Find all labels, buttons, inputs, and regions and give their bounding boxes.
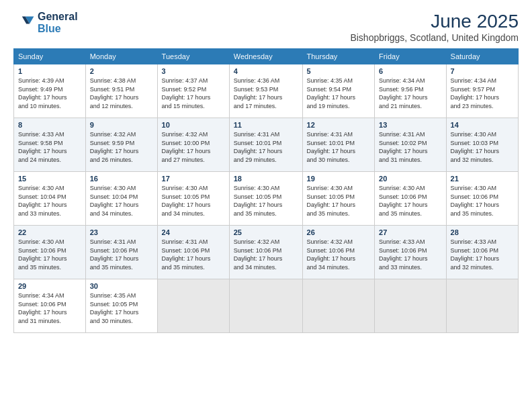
calendar-cell: 21Sunrise: 4:30 AM Sunset: 10:06 PM Dayl… bbox=[446, 172, 518, 226]
day-number: 1 bbox=[18, 67, 81, 75]
calendar-cell: 23Sunrise: 4:31 AM Sunset: 10:06 PM Dayl… bbox=[85, 226, 157, 279]
day-number: 20 bbox=[379, 175, 441, 183]
calendar-week-row: 15Sunrise: 4:30 AM Sunset: 10:04 PM Dayl… bbox=[14, 172, 519, 226]
day-info: Sunrise: 4:32 AM Sunset: 9:59 PM Dayligh… bbox=[90, 130, 153, 164]
calendar-cell: 10Sunrise: 4:32 AM Sunset: 10:00 PM Dayl… bbox=[157, 118, 229, 172]
day-info: Sunrise: 4:31 AM Sunset: 10:06 PM Daylig… bbox=[162, 238, 225, 271]
day-number: 28 bbox=[451, 228, 514, 236]
day-number: 13 bbox=[379, 121, 441, 129]
location: Bishopbriggs, Scotland, United Kingdom bbox=[350, 32, 519, 43]
logo-text: General Blue bbox=[38, 11, 78, 34]
day-number: 22 bbox=[18, 228, 81, 236]
day-info: Sunrise: 4:33 AM Sunset: 10:06 PM Daylig… bbox=[379, 238, 441, 271]
calendar-cell bbox=[375, 279, 446, 333]
calendar-cell: 12Sunrise: 4:31 AM Sunset: 10:01 PM Dayl… bbox=[302, 118, 375, 172]
calendar-cell: 17Sunrise: 4:30 AM Sunset: 10:05 PM Dayl… bbox=[157, 172, 229, 226]
day-info: Sunrise: 4:30 AM Sunset: 10:04 PM Daylig… bbox=[18, 184, 81, 218]
day-number: 11 bbox=[234, 121, 298, 129]
day-number: 12 bbox=[307, 121, 371, 129]
calendar-cell: 9Sunrise: 4:32 AM Sunset: 9:59 PM Daylig… bbox=[85, 118, 157, 172]
day-info: Sunrise: 4:31 AM Sunset: 10:02 PM Daylig… bbox=[379, 130, 441, 164]
calendar-cell: 6Sunrise: 4:34 AM Sunset: 9:56 PM Daylig… bbox=[375, 64, 446, 118]
calendar-cell: 26Sunrise: 4:32 AM Sunset: 10:06 PM Dayl… bbox=[302, 226, 375, 279]
weekday-header: Thursday bbox=[302, 49, 375, 64]
weekday-header: Wednesday bbox=[229, 49, 302, 64]
calendar-cell: 8Sunrise: 4:33 AM Sunset: 9:58 PM Daylig… bbox=[14, 118, 86, 172]
day-number: 29 bbox=[18, 282, 81, 290]
day-number: 4 bbox=[234, 67, 298, 75]
day-info: Sunrise: 4:32 AM Sunset: 10:00 PM Daylig… bbox=[162, 130, 225, 164]
calendar-cell: 11Sunrise: 4:31 AM Sunset: 10:01 PM Dayl… bbox=[229, 118, 302, 172]
calendar-week-row: 8Sunrise: 4:33 AM Sunset: 9:58 PM Daylig… bbox=[14, 118, 519, 172]
calendar-cell bbox=[229, 279, 302, 333]
day-info: Sunrise: 4:30 AM Sunset: 10:06 PM Daylig… bbox=[18, 238, 81, 271]
day-info: Sunrise: 4:34 AM Sunset: 9:56 PM Dayligh… bbox=[379, 77, 441, 110]
day-info: Sunrise: 4:38 AM Sunset: 9:51 PM Dayligh… bbox=[90, 77, 153, 110]
day-info: Sunrise: 4:30 AM Sunset: 10:04 PM Daylig… bbox=[90, 184, 153, 218]
day-number: 9 bbox=[90, 121, 153, 129]
calendar-cell: 22Sunrise: 4:30 AM Sunset: 10:06 PM Dayl… bbox=[14, 226, 86, 279]
day-number: 2 bbox=[90, 67, 153, 75]
day-number: 26 bbox=[307, 228, 371, 236]
day-number: 7 bbox=[451, 67, 514, 75]
day-number: 19 bbox=[307, 175, 371, 183]
weekday-header: Saturday bbox=[446, 49, 518, 64]
calendar-header-row: SundayMondayTuesdayWednesdayThursdayFrid… bbox=[14, 49, 519, 64]
day-info: Sunrise: 4:33 AM Sunset: 10:06 PM Daylig… bbox=[451, 238, 514, 271]
day-info: Sunrise: 4:35 AM Sunset: 10:05 PM Daylig… bbox=[90, 291, 153, 325]
calendar-cell: 25Sunrise: 4:32 AM Sunset: 10:06 PM Dayl… bbox=[229, 226, 302, 279]
day-number: 15 bbox=[18, 175, 81, 183]
day-number: 30 bbox=[90, 282, 153, 290]
day-info: Sunrise: 4:30 AM Sunset: 10:06 PM Daylig… bbox=[451, 184, 514, 218]
calendar-cell: 15Sunrise: 4:30 AM Sunset: 10:04 PM Dayl… bbox=[14, 172, 86, 226]
calendar-week-row: 29Sunrise: 4:34 AM Sunset: 10:06 PM Dayl… bbox=[14, 279, 519, 333]
title-block: June 2025 Bishopbriggs, Scotland, United… bbox=[350, 11, 519, 43]
day-number: 6 bbox=[379, 67, 441, 75]
calendar-cell: 27Sunrise: 4:33 AM Sunset: 10:06 PM Dayl… bbox=[375, 226, 446, 279]
day-info: Sunrise: 4:34 AM Sunset: 10:06 PM Daylig… bbox=[18, 291, 81, 325]
calendar: SundayMondayTuesdayWednesdayThursdayFrid… bbox=[13, 48, 519, 333]
logo: General Blue bbox=[13, 11, 78, 34]
weekday-header: Friday bbox=[375, 49, 446, 64]
weekday-header: Tuesday bbox=[157, 49, 229, 64]
day-info: Sunrise: 4:30 AM Sunset: 10:05 PM Daylig… bbox=[234, 184, 298, 218]
calendar-week-row: 1Sunrise: 4:39 AM Sunset: 9:49 PM Daylig… bbox=[14, 64, 519, 118]
calendar-cell bbox=[302, 279, 375, 333]
day-info: Sunrise: 4:35 AM Sunset: 9:54 PM Dayligh… bbox=[307, 77, 371, 110]
calendar-cell: 28Sunrise: 4:33 AM Sunset: 10:06 PM Dayl… bbox=[446, 226, 518, 279]
calendar-cell: 30Sunrise: 4:35 AM Sunset: 10:05 PM Dayl… bbox=[85, 279, 157, 333]
day-number: 5 bbox=[307, 67, 371, 75]
page: General Blue June 2025 Bishopbriggs, Sco… bbox=[0, 0, 532, 411]
day-info: Sunrise: 4:32 AM Sunset: 10:06 PM Daylig… bbox=[234, 238, 298, 271]
day-number: 23 bbox=[90, 228, 153, 236]
calendar-cell: 20Sunrise: 4:30 AM Sunset: 10:06 PM Dayl… bbox=[375, 172, 446, 226]
day-info: Sunrise: 4:31 AM Sunset: 10:01 PM Daylig… bbox=[234, 130, 298, 164]
calendar-cell: 4Sunrise: 4:36 AM Sunset: 9:53 PM Daylig… bbox=[229, 64, 302, 118]
calendar-cell: 7Sunrise: 4:34 AM Sunset: 9:57 PM Daylig… bbox=[446, 64, 518, 118]
day-info: Sunrise: 4:30 AM Sunset: 10:05 PM Daylig… bbox=[162, 184, 225, 218]
calendar-cell: 16Sunrise: 4:30 AM Sunset: 10:04 PM Dayl… bbox=[85, 172, 157, 226]
calendar-cell: 1Sunrise: 4:39 AM Sunset: 9:49 PM Daylig… bbox=[14, 64, 86, 118]
day-number: 24 bbox=[162, 228, 225, 236]
day-info: Sunrise: 4:32 AM Sunset: 10:06 PM Daylig… bbox=[307, 238, 371, 271]
month-title: June 2025 bbox=[350, 11, 519, 32]
calendar-cell: 19Sunrise: 4:30 AM Sunset: 10:05 PM Dayl… bbox=[302, 172, 375, 226]
day-info: Sunrise: 4:30 AM Sunset: 10:05 PM Daylig… bbox=[307, 184, 371, 218]
weekday-header: Monday bbox=[85, 49, 157, 64]
day-info: Sunrise: 4:30 AM Sunset: 10:03 PM Daylig… bbox=[451, 130, 514, 164]
calendar-cell: 13Sunrise: 4:31 AM Sunset: 10:02 PM Dayl… bbox=[375, 118, 446, 172]
calendar-cell: 29Sunrise: 4:34 AM Sunset: 10:06 PM Dayl… bbox=[14, 279, 86, 333]
calendar-cell: 2Sunrise: 4:38 AM Sunset: 9:51 PM Daylig… bbox=[85, 64, 157, 118]
header: General Blue June 2025 Bishopbriggs, Sco… bbox=[13, 11, 519, 43]
calendar-cell bbox=[446, 279, 518, 333]
calendar-cell: 5Sunrise: 4:35 AM Sunset: 9:54 PM Daylig… bbox=[302, 64, 375, 118]
day-info: Sunrise: 4:31 AM Sunset: 10:01 PM Daylig… bbox=[307, 130, 371, 164]
calendar-week-row: 22Sunrise: 4:30 AM Sunset: 10:06 PM Dayl… bbox=[14, 226, 519, 279]
day-info: Sunrise: 4:37 AM Sunset: 9:52 PM Dayligh… bbox=[162, 77, 225, 110]
day-number: 14 bbox=[451, 121, 514, 129]
day-number: 17 bbox=[162, 175, 225, 183]
day-number: 27 bbox=[379, 228, 441, 236]
day-info: Sunrise: 4:34 AM Sunset: 9:57 PM Dayligh… bbox=[451, 77, 514, 110]
calendar-cell: 18Sunrise: 4:30 AM Sunset: 10:05 PM Dayl… bbox=[229, 172, 302, 226]
logo-icon bbox=[13, 12, 35, 34]
